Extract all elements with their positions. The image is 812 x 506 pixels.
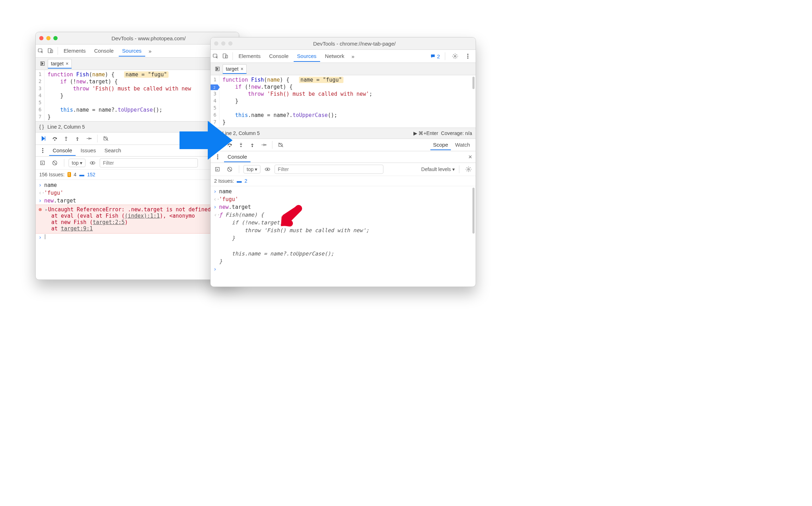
- tab-network[interactable]: Network: [322, 51, 348, 62]
- log-levels[interactable]: Default levels ▾: [421, 166, 455, 172]
- issues-bar[interactable]: 2 Issues: ▬2: [211, 176, 476, 186]
- resume-icon[interactable]: [39, 134, 48, 143]
- console-sidebar-icon[interactable]: [38, 158, 48, 168]
- close-drawer-icon[interactable]: ×: [468, 153, 472, 161]
- scrollbar-thumb[interactable]: [472, 77, 475, 89]
- svg-point-22: [467, 58, 468, 58]
- message-icon: ▬: [237, 178, 242, 184]
- svg-rect-16: [213, 54, 217, 57]
- console-toolbar: top ▾ Default levels ▾: [211, 163, 476, 176]
- svg-point-27: [252, 146, 253, 147]
- editor-status: { } Line 2, Column 5 ▶ ⌘+Enter Coverage:…: [211, 128, 476, 139]
- deactivate-breakpoints-icon[interactable]: [101, 134, 111, 143]
- titlebar: DevTools - chrome://new-tab-page/: [211, 37, 476, 50]
- step-into-icon[interactable]: [61, 134, 71, 143]
- live-expression-icon[interactable]: [88, 158, 98, 168]
- window-title: DevTools - www.photopea.com/: [62, 35, 235, 41]
- tab-elements[interactable]: Elements: [235, 51, 264, 62]
- clear-console-icon[interactable]: [225, 164, 235, 174]
- navigator-toggle-icon[interactable]: [38, 59, 48, 69]
- tab-console[interactable]: Console: [266, 51, 292, 62]
- close-icon[interactable]: ×: [241, 66, 243, 72]
- svg-point-21: [467, 56, 468, 57]
- context-selector[interactable]: top ▾: [69, 159, 86, 167]
- sidebar-tab-scope[interactable]: Scope: [430, 140, 451, 150]
- inspect-icon[interactable]: [211, 51, 220, 61]
- deactivate-breakpoints-icon[interactable]: [276, 140, 286, 150]
- svg-point-19: [454, 55, 456, 57]
- tab-console[interactable]: Console: [91, 46, 117, 57]
- svg-point-9: [42, 148, 43, 149]
- file-tab-bar: target ×: [36, 58, 239, 70]
- step-out-icon[interactable]: [72, 134, 82, 143]
- live-expression-icon[interactable]: [263, 164, 272, 174]
- scrollbar-thumb[interactable]: [472, 188, 475, 234]
- drawer-tab-console[interactable]: Console: [49, 146, 76, 156]
- tabs-overflow[interactable]: »: [349, 53, 357, 59]
- step-icon[interactable]: [259, 140, 269, 150]
- debugger-toolbar: Scope Watch: [211, 139, 476, 151]
- svg-point-20: [467, 54, 468, 55]
- svg-point-6: [66, 140, 66, 140]
- drawer-tab-issues[interactable]: Issues: [77, 146, 99, 156]
- svg-rect-0: [38, 49, 42, 52]
- device-toggle-icon[interactable]: [220, 51, 230, 61]
- settings-icon[interactable]: [450, 51, 460, 61]
- gutter[interactable]: 1234567: [36, 70, 45, 121]
- tabs-overflow[interactable]: »: [147, 48, 154, 54]
- drawer-tab-search[interactable]: Search: [101, 146, 125, 156]
- traffic-close[interactable]: [39, 36, 43, 40]
- step-over-icon[interactable]: [50, 134, 60, 143]
- svg-point-11: [42, 152, 43, 153]
- device-toggle-icon[interactable]: [46, 46, 55, 56]
- kebab-icon[interactable]: [38, 146, 48, 155]
- step-into-icon[interactable]: [236, 140, 246, 150]
- svg-rect-4: [45, 136, 46, 141]
- breakpoint-marker[interactable]: 2: [211, 84, 221, 91]
- console-sidebar-icon[interactable]: [213, 164, 223, 174]
- code-editor[interactable]: 2 1234567 function Fish(name) { name = "…: [211, 75, 476, 128]
- console-output[interactable]: ›name ‹·'fugu' ›new.target ⊗ ▸Uncaught R…: [36, 180, 239, 242]
- svg-text:2: 2: [213, 85, 216, 89]
- step-out-icon[interactable]: [247, 140, 257, 150]
- message-icon: ▬: [79, 172, 84, 177]
- inspect-icon[interactable]: [36, 46, 46, 56]
- warning-icon: !: [67, 172, 71, 177]
- file-tab-bar: target ×: [211, 63, 476, 75]
- svg-point-10: [42, 150, 43, 151]
- issues-bar[interactable]: 156 Issues: !4 ▬152: [36, 170, 239, 180]
- coverage-info: Coverage: n/a: [441, 130, 472, 136]
- kebab-icon[interactable]: [463, 51, 473, 61]
- filter-input[interactable]: [275, 165, 383, 174]
- tab-elements[interactable]: Elements: [60, 46, 89, 57]
- titlebar: DevTools - www.photopea.com/: [36, 32, 239, 45]
- main-toolbar: Elements Console Sources » ✕ 1: [36, 45, 239, 58]
- traffic-zoom[interactable]: [53, 36, 58, 40]
- console-output[interactable]: ›name ‹·'fugu' ›new.target ‹·ƒ Fish(name…: [211, 186, 476, 274]
- navigator-toggle-icon[interactable]: [213, 64, 223, 74]
- svg-point-7: [77, 140, 78, 140]
- settings-icon[interactable]: [464, 164, 473, 174]
- traffic-zoom[interactable]: [228, 41, 233, 46]
- clear-console-icon[interactable]: [50, 158, 60, 168]
- message-badge[interactable]: 2: [430, 53, 440, 59]
- tab-sources[interactable]: Sources: [119, 46, 145, 57]
- file-tab-target[interactable]: target ×: [223, 64, 247, 74]
- traffic-minimize[interactable]: [221, 41, 225, 46]
- svg-point-35: [267, 169, 268, 170]
- traffic-close[interactable]: [214, 41, 218, 46]
- run-snippet[interactable]: ▶ ⌘+Enter: [413, 130, 439, 136]
- annotation-arrow-red: [277, 205, 306, 234]
- tab-sources[interactable]: Sources: [294, 51, 320, 62]
- file-tab-target[interactable]: target ×: [48, 59, 72, 69]
- traffic-minimize[interactable]: [46, 36, 51, 40]
- code-editor[interactable]: 1234567 function Fish(name) { name = "fu…: [36, 70, 239, 121]
- annotation-arrow-blue: [176, 117, 236, 164]
- step-icon[interactable]: [84, 134, 94, 143]
- error-message[interactable]: ⊗ ▸Uncaught ReferenceError: .new.target …: [36, 205, 239, 234]
- context-selector[interactable]: top ▾: [243, 165, 260, 173]
- svg-point-28: [265, 145, 266, 145]
- sidebar-tab-watch[interactable]: Watch: [452, 140, 473, 150]
- pretty-print-icon[interactable]: { }: [39, 124, 44, 130]
- close-icon[interactable]: ×: [66, 61, 69, 66]
